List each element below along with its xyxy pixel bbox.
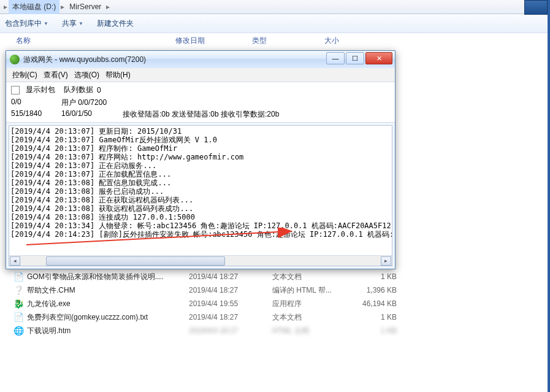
- dialog-titlebar[interactable]: 游戏网关 - www.quyoubbs.com(7200) — ☐ ✕: [6, 51, 395, 68]
- toolbar-include-in-library[interactable]: 包含到库中 ▼: [5, 18, 48, 29]
- close-button[interactable]: ✕: [365, 52, 392, 64]
- dialog-title: 游戏网关 - www.quyoubbs.com(7200): [23, 55, 146, 65]
- app-icon: [10, 55, 20, 64]
- log-panel: [2019/4/4 20:13:07] 更新日期: 2015/10/31 [20…: [9, 125, 392, 266]
- list-item[interactable]: ❔ 帮助文件.CHM 2019/4/4 18:27 编译的 HTML 帮... …: [13, 283, 541, 297]
- menu-help[interactable]: 帮助(H): [103, 69, 133, 82]
- scroll-thumb[interactable]: [46, 256, 225, 266]
- stat-a1: 0/0: [11, 98, 61, 108]
- scroll-left-button[interactable]: ◂: [10, 256, 20, 266]
- text-file-icon: 📄: [13, 272, 23, 282]
- stat-user: 用户 0/0/7200: [61, 98, 123, 108]
- horizontal-scrollbar[interactable]: ◂ ▸: [9, 255, 392, 266]
- queue-value: 0: [97, 86, 101, 94]
- chm-file-icon: ❔: [13, 285, 23, 295]
- toolbar-share[interactable]: 共享 ▼: [62, 18, 83, 29]
- text-file-icon: 📄: [13, 312, 23, 322]
- address-bar[interactable]: ▸ 本地磁盘 (D:) ▸ MirServer ▸: [0, 0, 550, 14]
- stat-traffic: 接收登陆器:0b 发送登陆器:0b 接收引擎数据:20b: [123, 109, 390, 120]
- list-item[interactable]: 🌐 下载说明.htm 2019/4/4 18:27 HTML 文档 1 KB: [13, 324, 541, 337]
- window-border: [548, 0, 550, 392]
- breadcrumb-arrow-icon: ▸: [2, 2, 9, 11]
- col-header-date[interactable]: 修改日期: [175, 36, 252, 46]
- breadcrumb-seg-d[interactable]: 本地磁盘 (D:): [9, 0, 59, 14]
- show-packet-checkbox[interactable]: [11, 86, 20, 94]
- breadcrumb-arrow-icon: ▸: [105, 2, 111, 11]
- stat-a2: 515/1840: [11, 109, 61, 120]
- list-item[interactable]: 🐉 九龙传说.exe 2019/4/4 19:55 应用程序 46,194 KB: [13, 297, 541, 310]
- menu-options[interactable]: 选项(O): [72, 69, 102, 82]
- breadcrumb-seg-mirserver[interactable]: MirServer: [66, 1, 105, 13]
- explorer-toolbar: 包含到库中 ▼ 共享 ▼ 新建文件夹: [0, 14, 550, 33]
- column-header-row: 名称 修改日期 类型 大小: [0, 33, 550, 48]
- list-item[interactable]: 📄 免费列表空间(gomkey.uczzz.com).txt 2019/4/4 …: [13, 310, 541, 324]
- queue-label: 队列数据: [64, 85, 93, 95]
- toolbar-new-folder[interactable]: 新建文件夹: [97, 18, 134, 29]
- menu-control[interactable]: 控制(C): [10, 69, 40, 82]
- nav-buttons[interactable]: [524, 0, 548, 15]
- minimize-button[interactable]: —: [326, 52, 345, 64]
- log-text[interactable]: [2019/4/4 20:13:07] 更新日期: 2015/10/31 [20…: [9, 126, 392, 258]
- menu-view[interactable]: 查看(V): [41, 69, 71, 82]
- scroll-right-button[interactable]: ▸: [381, 256, 391, 266]
- dialog-stats-panel: 显示封包 队列数据 0 0/0 用户 0/0/7200 515/1840 16/…: [6, 82, 395, 123]
- list-item[interactable]: 📄 GOM引擎物品来源和怪物简装插件说明.... 2019/4/4 18:27 …: [13, 270, 541, 283]
- stat-b2: 16/0/1/50: [61, 109, 123, 120]
- exe-file-icon: 🐉: [13, 299, 23, 309]
- html-file-icon: 🌐: [13, 326, 23, 336]
- file-list: 📄 GOM引擎物品来源和怪物简装插件说明.... 2019/4/4 18:27 …: [13, 270, 541, 337]
- maximize-button[interactable]: ☐: [346, 52, 364, 64]
- dialog-menu-bar: 控制(C) 查看(V) 选项(O) 帮助(H): [6, 68, 395, 82]
- col-header-type[interactable]: 类型: [252, 36, 324, 46]
- col-header-size[interactable]: 大小: [324, 36, 373, 46]
- show-packet-label: 显示封包: [26, 85, 55, 95]
- col-header-name[interactable]: 名称: [16, 36, 175, 46]
- breadcrumb-arrow-icon: ▸: [59, 2, 66, 11]
- gateway-dialog: 游戏网关 - www.quyoubbs.com(7200) — ☐ ✕ 控制(C…: [6, 50, 395, 269]
